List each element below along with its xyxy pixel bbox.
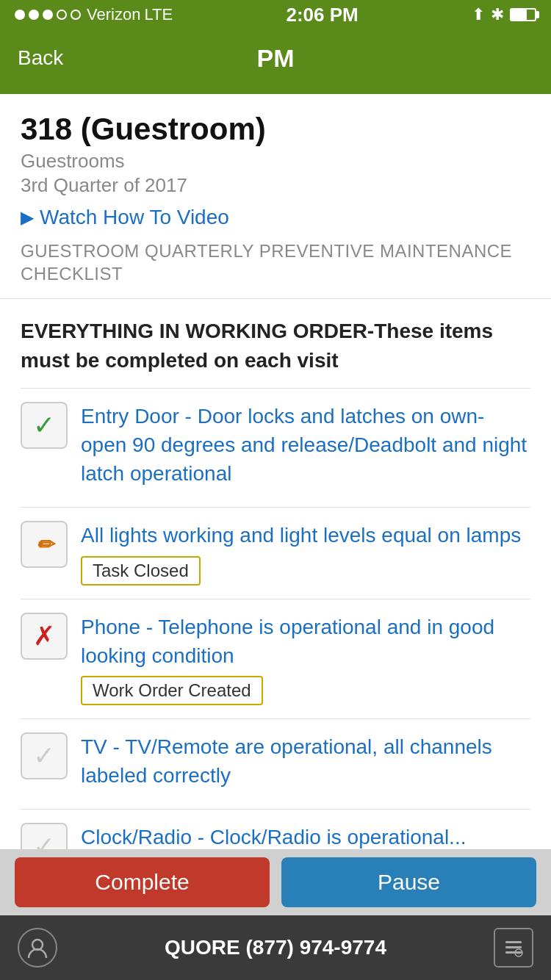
action-bar: Complete Pause — [0, 849, 551, 915]
room-subtitle: Guestrooms — [21, 150, 530, 173]
list-item: ✓ TV - TV/Remote are operational, all ch… — [21, 718, 530, 809]
list-item: ✗ Phone - Telephone is operational and i… — [21, 599, 530, 718]
item-text-4: TV - TV/Remote are operational, all chan… — [81, 732, 530, 790]
checkbox-3[interactable]: ✗ — [21, 613, 68, 660]
room-title: 318 (Guestroom) — [21, 112, 530, 147]
pause-button[interactable]: Pause — [281, 857, 536, 907]
item-content-3: Phone - Telephone is operational and in … — [81, 613, 530, 705]
svg-point-5 — [518, 952, 520, 954]
status-time: 2:06 PM — [286, 4, 358, 26]
nav-title: PM — [257, 44, 295, 73]
room-period: 3rd Quarter of 2017 — [21, 174, 530, 197]
checkbox-2[interactable]: ✏ — [21, 521, 68, 568]
main-content: 318 (Guestroom) Guestrooms 3rd Quarter o… — [0, 94, 551, 853]
checklist-items: ✓ Entry Door - Door locks and latches on… — [21, 388, 530, 854]
footer-logo: QUORE (877) 974-9774 — [57, 936, 494, 959]
user-icon[interactable] — [18, 928, 57, 968]
checkbox-1[interactable]: ✓ — [21, 402, 68, 449]
signal-strength — [15, 10, 81, 20]
play-icon: ▶ — [21, 207, 34, 228]
item-text-1: Entry Door - Door locks and latches on o… — [81, 402, 530, 489]
item-content-1: Entry Door - Door locks and latches on o… — [81, 402, 530, 494]
complete-button[interactable]: Complete — [15, 857, 270, 907]
back-button[interactable]: Back — [18, 46, 63, 70]
item-text-2: All lights working and light levels equa… — [81, 521, 530, 550]
battery-fill — [511, 10, 527, 20]
watch-video-label: Watch How To Video — [40, 206, 229, 229]
nav-bar: Back PM — [0, 29, 551, 94]
section-header: EVERYTHING IN WORKING ORDER-These items … — [21, 299, 530, 387]
svg-rect-1 — [505, 941, 522, 943]
item-text-3: Phone - Telephone is operational and in … — [81, 613, 530, 670]
status-bar: Verizon LTE 2:06 PM ⬆ ✱ — [0, 0, 551, 29]
svg-rect-2 — [505, 946, 522, 948]
item-content-2: All lights working and light levels equa… — [81, 521, 530, 585]
watch-video-link[interactable]: ▶ Watch How To Video — [21, 206, 530, 229]
location-icon: ⬆ — [472, 5, 485, 24]
item-content-4: TV - TV/Remote are operational, all chan… — [81, 732, 530, 796]
list-item: ✓ Entry Door - Door locks and latches on… — [21, 388, 530, 508]
task-closed-badge: Task Closed — [81, 556, 201, 586]
item-text-5: Clock/Radio - Clock/Radio is operational… — [81, 823, 530, 851]
checklist-title: GUESTROOM QUARTERLY PREVENTIVE MAINTENAN… — [21, 239, 530, 285]
status-bar-left: Verizon LTE — [15, 5, 173, 24]
battery-indicator — [510, 8, 536, 21]
network-label: LTE — [144, 5, 173, 24]
carrier-label: Verizon — [87, 5, 140, 24]
list-item: ✓ Clock/Radio - Clock/Radio is operation… — [21, 809, 530, 853]
checkbox-4[interactable]: ✓ — [21, 732, 68, 779]
status-bar-right: ⬆ ✱ — [472, 5, 536, 24]
work-order-badge: Work Order Created — [81, 676, 263, 705]
footer: QUORE (877) 974-9774 — [0, 915, 551, 980]
list-item: ✏ All lights working and light levels eq… — [21, 507, 530, 598]
menu-icon[interactable] — [494, 928, 533, 968]
bluetooth-icon: ✱ — [491, 5, 504, 24]
